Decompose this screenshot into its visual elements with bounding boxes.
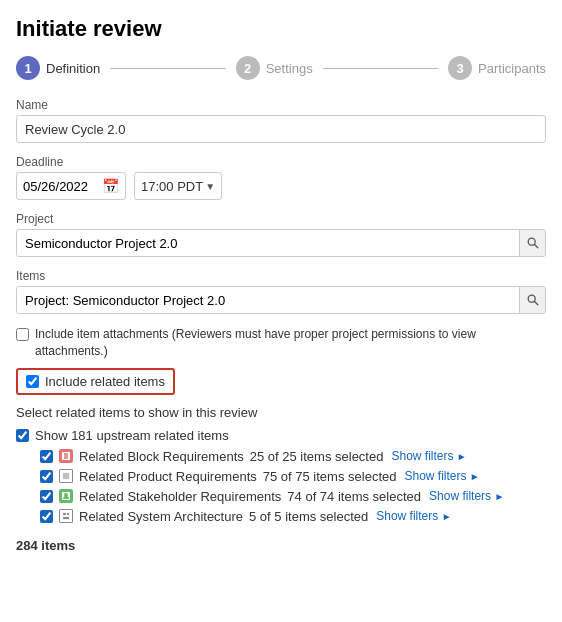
related-product-req-count: 75 of 75 items selected xyxy=(263,469,397,484)
name-field-group: Name xyxy=(16,98,546,143)
related-stakeholder-req-show-filters[interactable]: Show filters ► xyxy=(429,489,504,503)
items-field-group: Items xyxy=(16,269,546,314)
svg-rect-15 xyxy=(63,513,66,515)
product-req-filter-arrow: ► xyxy=(470,471,480,482)
project-label: Project xyxy=(16,212,546,226)
project-input-wrap xyxy=(16,229,546,257)
include-related-checkbox[interactable] xyxy=(26,375,39,388)
step-3-circle: 3 xyxy=(448,56,472,80)
name-input[interactable] xyxy=(16,115,546,143)
select-related-label: Select related items to show in this rev… xyxy=(16,405,546,420)
related-block-req-row: Related Block Requirements 25 of 25 item… xyxy=(40,449,546,464)
related-stakeholder-req-row: Related Stakeholder Requirements 74 of 7… xyxy=(40,489,546,504)
include-related-label[interactable]: Include related items xyxy=(45,374,165,389)
svg-rect-16 xyxy=(67,513,69,515)
step-3-label: Participants xyxy=(478,61,546,76)
stakeholder-req-icon xyxy=(59,489,73,503)
items-search-button[interactable] xyxy=(519,287,545,313)
deadline-date-input[interactable] xyxy=(23,179,98,194)
step-1-label: Definition xyxy=(46,61,100,76)
stakeholder-req-filter-arrow: ► xyxy=(494,491,504,502)
related-system-arch-show-filters[interactable]: Show filters ► xyxy=(376,509,451,523)
related-system-arch-row: Related System Architecture 5 of 5 items… xyxy=(40,509,546,524)
items-input-wrap xyxy=(16,286,546,314)
step-2[interactable]: 2 Settings xyxy=(236,56,313,80)
upstream-checkbox[interactable] xyxy=(16,429,29,442)
date-input-wrap: 📅 xyxy=(16,172,126,200)
project-search-icon xyxy=(526,236,540,250)
project-search-button[interactable] xyxy=(519,230,545,256)
svg-rect-17 xyxy=(63,517,69,519)
svg-line-1 xyxy=(534,245,537,248)
related-stakeholder-req-checkbox[interactable] xyxy=(40,490,53,503)
related-block-req-show-filters[interactable]: Show filters ► xyxy=(391,449,466,463)
block-req-icon xyxy=(59,449,73,463)
step-line-1 xyxy=(110,68,225,69)
block-req-filter-arrow: ► xyxy=(457,451,467,462)
system-arch-filter-arrow: ► xyxy=(442,511,452,522)
step-line-2 xyxy=(323,68,438,69)
related-block-req-checkbox[interactable] xyxy=(40,450,53,463)
related-items-section: Related Block Requirements 25 of 25 item… xyxy=(16,449,546,524)
include-attachments-checkbox[interactable] xyxy=(16,328,29,341)
calendar-icon[interactable]: 📅 xyxy=(102,178,119,194)
time-dropdown-arrow[interactable]: ▼ xyxy=(205,181,215,192)
related-system-arch-name: Related System Architecture xyxy=(79,509,243,524)
related-product-req-checkbox[interactable] xyxy=(40,470,53,483)
related-product-req-show-filters[interactable]: Show filters ► xyxy=(404,469,479,483)
stepper: 1 Definition 2 Settings 3 Participants xyxy=(16,56,546,80)
page-title: Initiate review xyxy=(16,16,546,42)
step-2-circle: 2 xyxy=(236,56,260,80)
upstream-row: Show 181 upstream related items xyxy=(16,428,546,443)
related-product-req-name: Related Product Requirements xyxy=(79,469,257,484)
related-system-arch-checkbox[interactable] xyxy=(40,510,53,523)
include-attachments-label[interactable]: Include item attachments (Reviewers must… xyxy=(35,326,546,360)
items-search-icon xyxy=(526,293,540,307)
step-1-circle: 1 xyxy=(16,56,40,80)
deadline-row: 📅 17:00 PDT ▼ xyxy=(16,172,546,200)
items-input[interactable] xyxy=(17,287,519,313)
related-block-req-count: 25 of 25 items selected xyxy=(250,449,384,464)
svg-line-3 xyxy=(534,302,537,305)
total-items: 284 items xyxy=(16,538,546,553)
system-arch-icon xyxy=(59,509,73,523)
deadline-time-value: 17:00 PDT xyxy=(141,179,203,194)
upstream-label[interactable]: Show 181 upstream related items xyxy=(35,428,229,443)
items-label: Items xyxy=(16,269,546,283)
deadline-field-group: Deadline 📅 17:00 PDT ▼ xyxy=(16,155,546,200)
name-label: Name xyxy=(16,98,546,112)
time-select-wrap: 17:00 PDT ▼ xyxy=(134,172,222,200)
project-field-group: Project xyxy=(16,212,546,257)
related-stakeholder-req-name: Related Stakeholder Requirements xyxy=(79,489,281,504)
include-attachments-row: Include item attachments (Reviewers must… xyxy=(16,326,546,360)
step-1[interactable]: 1 Definition xyxy=(16,56,100,80)
related-stakeholder-req-count: 74 of 74 items selected xyxy=(287,489,421,504)
related-block-req-name: Related Block Requirements xyxy=(79,449,244,464)
deadline-label: Deadline xyxy=(16,155,546,169)
related-system-arch-count: 5 of 5 items selected xyxy=(249,509,368,524)
step-3[interactable]: 3 Participants xyxy=(448,56,546,80)
project-input[interactable] xyxy=(17,230,519,256)
include-related-items-box[interactable]: Include related items xyxy=(16,368,175,395)
related-product-req-row: Related Product Requirements 75 of 75 it… xyxy=(40,469,546,484)
product-req-icon xyxy=(59,469,73,483)
step-2-label: Settings xyxy=(266,61,313,76)
